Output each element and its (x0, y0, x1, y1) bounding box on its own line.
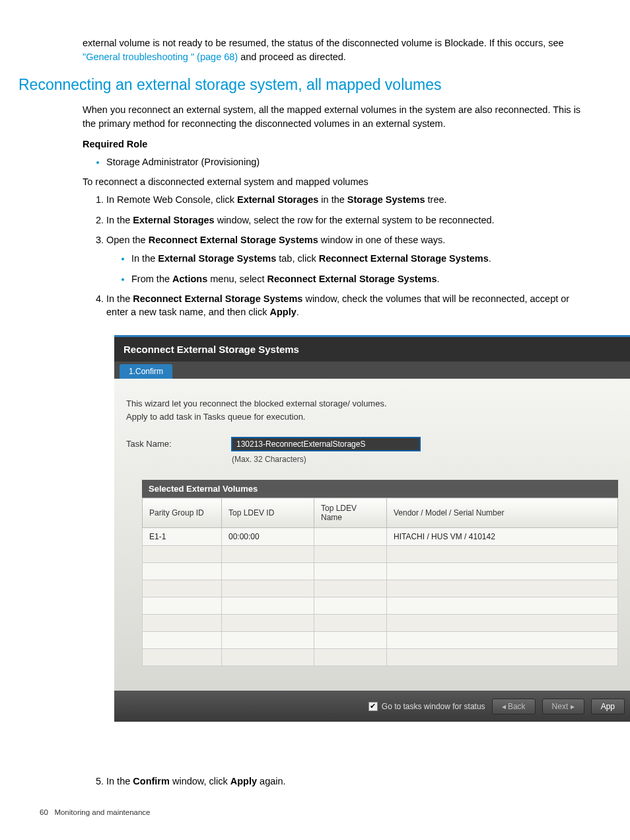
selected-volumes-table: Parity Group ID Top LDEV ID Top LDEV Nam… (142, 498, 618, 666)
col-parity-group: Parity Group ID (143, 498, 222, 528)
task-name-label: Task Name: (126, 438, 232, 449)
intro-paragraph: external volume is not ready to be resum… (83, 36, 590, 64)
dialog-description: This wizard let you reconnect the blocke… (126, 397, 618, 423)
table-row (143, 597, 618, 615)
table-row (143, 563, 618, 580)
col-top-ldev-id: Top LDEV ID (222, 498, 314, 528)
page-number: 60 (40, 808, 48, 816)
reconnect-dialog: Reconnect External Storage Systems 1.Con… (114, 335, 630, 758)
table-row (143, 546, 618, 563)
back-button[interactable]: ◂ Back (492, 699, 536, 714)
step-3-sub-1: In the External Storage Systems tab, cli… (131, 252, 590, 265)
dialog-tabs: 1.Confirm (114, 362, 630, 379)
table-row (143, 615, 618, 632)
table-row (143, 580, 618, 597)
apply-button[interactable]: App (591, 699, 625, 714)
role-item: Storage Administrator (Provisioning) (106, 155, 590, 169)
dialog-footer: ✔ Go to tasks window for status ◂ Back N… (114, 691, 630, 722)
procedure-intro: To reconnect a disconnected external sys… (83, 175, 590, 189)
troubleshooting-link[interactable]: "General troubleshooting " (page 68) (83, 52, 238, 62)
tasks-window-checkbox[interactable]: ✔ (368, 702, 378, 711)
tab-confirm[interactable]: 1.Confirm (120, 364, 172, 379)
section-intro: When you reconnect an external system, a… (83, 103, 590, 131)
section-heading: Reconnecting an external storage system,… (18, 76, 630, 94)
task-name-input[interactable] (232, 438, 420, 451)
step-3-sub-2: From the Actions menu, select Reconnect … (131, 272, 590, 286)
dialog-title: Reconnect External Storage Systems (114, 337, 630, 362)
required-role-label: Required Role (83, 137, 590, 151)
step-5: In the Confirm window, click Apply again… (106, 775, 590, 788)
col-top-ldev-name: Top LDEV Name (314, 498, 387, 528)
task-name-hint: (Max. 32 Characters) (232, 455, 420, 464)
intro-text-post: and proceed as directed. (238, 52, 346, 62)
table-row[interactable]: E1-1 00:00:00 HITACHI / HUS VM / 410142 (143, 528, 618, 546)
step-4: In the Reconnect External Storage System… (106, 292, 590, 319)
step-3: Open the Reconnect External Storage Syst… (106, 233, 590, 286)
page-footer: 60 Monitoring and maintenance (40, 808, 630, 816)
table-row (143, 649, 618, 666)
table-row (143, 632, 618, 649)
tasks-window-label: Go to tasks window for status (382, 702, 485, 711)
table-title: Selected External Volumes (142, 480, 618, 498)
intro-text-pre: external volume is not ready to be resum… (83, 38, 564, 48)
step-2: In the External Storages window, select … (106, 213, 590, 227)
col-vendor-model-serial: Vendor / Model / Serial Number (387, 498, 618, 528)
step-1: In Remote Web Console, click External St… (106, 193, 590, 206)
page-footer-text: Monitoring and maintenance (54, 808, 150, 816)
next-button[interactable]: Next ▸ (542, 699, 584, 714)
